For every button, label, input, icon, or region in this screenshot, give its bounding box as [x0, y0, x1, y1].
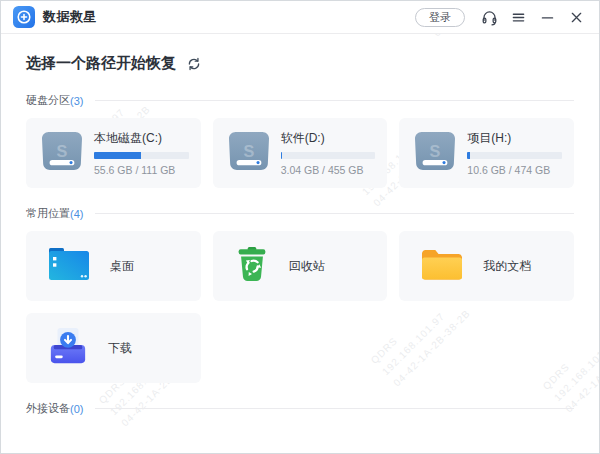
- location-name: 下载: [108, 340, 132, 357]
- app-window: QDRS192.168.101.9704-42-1A-2B-38-2BQDRS1…: [0, 0, 600, 454]
- hard-drive-icon: S: [227, 131, 271, 175]
- app-logo-icon: [13, 6, 35, 28]
- page-title: 选择一个路径开始恢复: [26, 54, 176, 73]
- refresh-icon[interactable]: [187, 57, 201, 71]
- section-external-devices: 外接设备(0): [26, 401, 574, 416]
- section-count: (3): [70, 95, 83, 107]
- drive-usage-bar: [94, 152, 189, 159]
- section-header-external: 外接设备(0): [26, 401, 574, 416]
- app-title: 数据救星: [43, 8, 97, 26]
- drive-usage-fill: [467, 152, 469, 159]
- headset-icon[interactable]: [478, 6, 500, 28]
- svg-text:S: S: [243, 142, 254, 160]
- drive-card-h[interactable]: S 项目(H:) 10.6 GB / 474 GB: [399, 118, 574, 188]
- location-name: 我的文档: [483, 258, 531, 275]
- location-name: 桌面: [110, 258, 134, 275]
- divider: [95, 100, 574, 101]
- section-hard-disk-partitions: 硬盘分区(3) S: [26, 93, 574, 188]
- section-label: 外接设备: [26, 401, 70, 416]
- desktop-folder-icon: [46, 245, 92, 287]
- section-label: 常用位置: [26, 206, 70, 221]
- section-label: 硬盘分区: [26, 93, 70, 108]
- close-button[interactable]: [565, 6, 587, 28]
- drive-name: 项目(H:): [467, 130, 562, 147]
- drive-card-c[interactable]: S 本地磁盘(C:) 55.6 GB / 111 GB: [26, 118, 201, 188]
- divider: [95, 213, 574, 214]
- svg-text:S: S: [57, 142, 68, 160]
- drive-name: 本地磁盘(C:): [94, 130, 189, 147]
- minimize-button[interactable]: [536, 6, 558, 28]
- drive-usage-text: 55.6 GB / 111 GB: [94, 164, 189, 176]
- location-card-my-documents[interactable]: 我的文档: [399, 231, 574, 301]
- section-count: (4): [70, 208, 83, 220]
- hard-drive-icon: S: [40, 131, 84, 175]
- recycle-bin-icon: [233, 245, 271, 287]
- svg-text:S: S: [430, 142, 441, 160]
- hamburger-menu-icon[interactable]: [507, 6, 529, 28]
- section-count: (0): [70, 403, 83, 415]
- drive-usage-text: 10.6 GB / 474 GB: [467, 164, 562, 176]
- my-documents-folder-icon: [419, 245, 465, 287]
- hard-drive-icon: S: [413, 131, 457, 175]
- location-card-downloads[interactable]: 下载: [26, 313, 201, 383]
- drive-usage-bar: [281, 152, 376, 159]
- location-card-recycle-bin[interactable]: 回收站: [213, 231, 388, 301]
- location-name: 回收站: [289, 258, 325, 275]
- drive-usage-fill: [281, 152, 282, 159]
- downloads-tray-icon: [46, 326, 90, 370]
- location-card-desktop[interactable]: 桌面: [26, 231, 201, 301]
- drive-usage-bar: [467, 152, 562, 159]
- titlebar: 数据救星 登录: [1, 1, 599, 34]
- section-header-locations: 常用位置(4): [26, 206, 574, 221]
- section-header-partitions: 硬盘分区(3): [26, 93, 574, 108]
- drive-card-d[interactable]: S 软件(D:) 3.04 GB / 455 GB: [213, 118, 388, 188]
- drive-usage-text: 3.04 GB / 455 GB: [281, 164, 376, 176]
- drive-usage-fill: [94, 152, 141, 159]
- section-common-locations: 常用位置(4): [26, 206, 574, 383]
- main-content: 选择一个路径开始恢复 硬盘分区(3): [1, 34, 599, 416]
- divider: [95, 408, 574, 409]
- drive-name: 软件(D:): [281, 130, 376, 147]
- login-button[interactable]: 登录: [415, 8, 465, 27]
